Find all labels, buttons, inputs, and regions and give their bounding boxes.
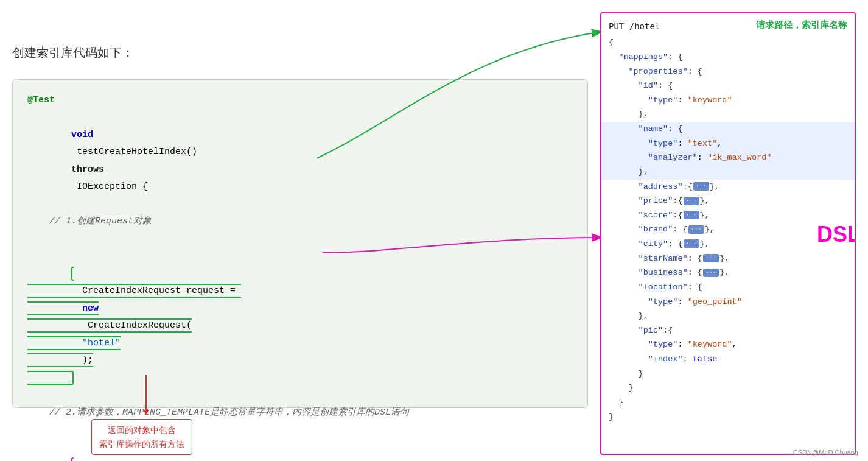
json-l3: "id": { <box>609 79 847 93</box>
watermark: CSDN@Mr.D.Chuang <box>793 449 858 456</box>
json-l12: "score":{···}, <box>609 208 847 223</box>
json-l16: "business": {···}, <box>609 266 847 280</box>
json-l2: "properties": { <box>609 65 847 79</box>
json-l15: "starName": {···}, <box>609 252 847 266</box>
annotation-test: @Test <box>27 92 573 110</box>
collapsed-price: ··· <box>684 197 699 205</box>
json-header: PUT /hotel 请求路径，索引库名称 <box>609 18 847 34</box>
constructor: CreateIndexRequest( <box>82 320 192 331</box>
json-l14: "city": {···}, <box>609 237 847 252</box>
json-l21: "type": "keyword", <box>609 337 847 352</box>
json-l25: } <box>609 395 847 410</box>
json-l17: "location": { <box>609 280 847 295</box>
arrow-head-red <box>143 410 149 415</box>
collapsed-score: ··· <box>684 211 699 219</box>
exception-name: IOException { <box>71 181 148 192</box>
dsl-label: DSL <box>817 214 856 253</box>
right-panel: PUT /hotel 请求路径，索引库名称 { "mappings": { "p… <box>600 12 856 455</box>
path-label: 请求路径，索引库名称 <box>756 18 847 34</box>
annotation-box: 返回的对象中包含 索引库操作的所有方法 <box>91 419 192 455</box>
comment-1: // 1.创建Request对象 <box>27 213 573 231</box>
arrow-line-red <box>145 375 147 410</box>
json-l1: "mappings": { <box>609 50 847 65</box>
json-l7: "type": "text", <box>601 136 855 151</box>
json-l0: { <box>609 35 847 50</box>
json-l24: } <box>609 381 847 395</box>
json-l20: "pic":{ <box>609 323 847 338</box>
highlight-create-request: CreateIndexRequest request = new CreateI… <box>27 267 241 385</box>
hotel-string: "hotel" <box>82 338 121 348</box>
json-l9: }, <box>601 165 855 180</box>
json-l4: "type": "keyword" <box>609 93 847 108</box>
collapsed-business: ··· <box>703 269 719 277</box>
class-name: CreateIndexRequest request = <box>82 286 241 296</box>
json-l5: }, <box>609 107 847 122</box>
collapsed-city: ··· <box>684 239 699 248</box>
collapsed-starname: ··· <box>703 254 719 262</box>
put-label: PUT /hotel <box>609 19 660 34</box>
kw-new: new <box>82 303 99 314</box>
page-title: 创建索引库代码如下： <box>12 44 588 61</box>
kw-throws: throws <box>71 164 104 175</box>
json-l19: }, <box>609 309 847 323</box>
collapsed-address: ··· <box>693 182 709 191</box>
json-l6: "name": { <box>601 122 855 136</box>
json-l18: "type": "geo_point" <box>609 295 847 309</box>
code-line-1: void testCreateHotelIndex() throws IOExc… <box>27 109 573 213</box>
code-block: @Test void testCreateHotelIndex() throws… <box>12 79 588 408</box>
json-l22: "index": false <box>609 352 847 367</box>
annotation-line2: 索引库操作的所有方法 <box>99 439 184 449</box>
json-l10: "address":{···}, <box>609 180 847 194</box>
indent-2 <box>71 251 93 261</box>
json-l8: "analyzer": "ik_max_word" <box>601 150 855 165</box>
annotation-line1: 返回的对象中包含 <box>108 425 176 435</box>
json-l23: } <box>609 367 847 381</box>
kw-void: void <box>71 130 93 140</box>
json-l13: "brand": {···}, <box>609 222 847 237</box>
collapsed-brand: ··· <box>688 225 704 234</box>
highlight-source: request.source( MAPPING_TEMPLATE , XCont… <box>27 457 170 461</box>
main-container: 创建索引库代码如下： @Test void testCreateHotelInd… <box>0 0 868 461</box>
json-l26: } <box>609 410 847 424</box>
indent-3 <box>71 442 93 452</box>
json-l11: "price":{···}, <box>609 194 847 208</box>
close-paren: ); <box>82 355 93 365</box>
method-name: testCreateHotelIndex() <box>71 147 203 157</box>
code-line-2: CreateIndexRequest request = new CreateI… <box>27 231 573 404</box>
left-panel: 创建索引库代码如下： @Test void testCreateHotelInd… <box>12 12 588 455</box>
json-content: { "mappings": { "properties": { "id": { … <box>609 35 847 424</box>
